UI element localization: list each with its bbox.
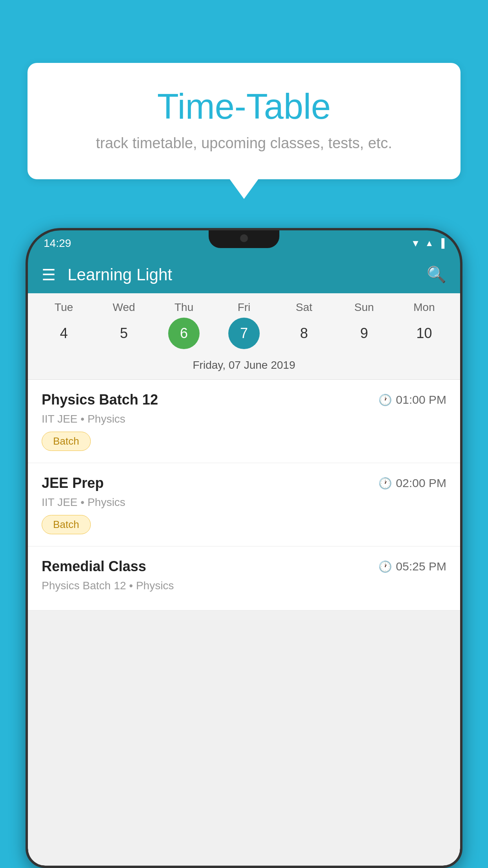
selected-date-label: Friday, 07 June 2019	[28, 355, 460, 380]
schedule-item-2[interactable]: Remedial Class 🕐 05:25 PM Physics Batch …	[28, 546, 460, 611]
menu-icon[interactable]: ☰	[42, 266, 56, 284]
day-8[interactable]: 8	[288, 318, 320, 349]
batch-tag-0: Batch	[42, 432, 91, 451]
phone-notch	[209, 230, 279, 248]
schedule-title-2: Remedial Class	[42, 558, 146, 575]
schedule-header-0: Physics Batch 12 🕐 01:00 PM	[42, 392, 446, 408]
schedule-subtitle-1: IIT JEE • Physics	[42, 496, 446, 509]
schedule-item-1[interactable]: JEE Prep 🕐 02:00 PM IIT JEE • Physics Ba…	[28, 463, 460, 546]
status-icons: ▼ ▲ ▐	[411, 238, 444, 249]
schedule-item-0[interactable]: Physics Batch 12 🕐 01:00 PM IIT JEE • Ph…	[28, 380, 460, 463]
schedule-header-2: Remedial Class 🕐 05:25 PM	[42, 558, 446, 575]
day-9[interactable]: 9	[349, 318, 380, 349]
day-10[interactable]: 10	[408, 318, 440, 349]
signal-icon: ▲	[425, 238, 434, 248]
status-time: 14:29	[44, 237, 71, 250]
day-7-selected[interactable]: 7	[228, 318, 260, 349]
battery-icon: ▐	[438, 238, 444, 248]
calendar-strip: Tue Wed Thu Fri Sat Sun Mon 4 5 6 7 8 9 …	[28, 293, 460, 380]
schedule-list: Physics Batch 12 🕐 01:00 PM IIT JEE • Ph…	[28, 380, 460, 611]
day-6-today[interactable]: 6	[168, 318, 200, 349]
day-5[interactable]: 5	[108, 318, 139, 349]
schedule-time-val-1: 02:00 PM	[396, 476, 446, 490]
schedule-time-2: 🕐 05:25 PM	[378, 560, 446, 573]
schedule-subtitle-0: IIT JEE • Physics	[42, 413, 446, 425]
wifi-icon: ▼	[411, 238, 420, 249]
day-label-0: Tue	[48, 301, 79, 314]
day-label-5: Sun	[349, 301, 380, 314]
day-labels: Tue Wed Thu Fri Sat Sun Mon	[28, 301, 460, 314]
day-label-1: Wed	[108, 301, 139, 314]
schedule-header-1: JEE Prep 🕐 02:00 PM	[42, 475, 446, 491]
clock-icon-2: 🕐	[378, 560, 392, 573]
search-icon[interactable]: 🔍	[427, 265, 446, 284]
schedule-title-1: JEE Prep	[42, 475, 104, 491]
phone-camera	[240, 234, 248, 242]
schedule-title-0: Physics Batch 12	[42, 392, 158, 408]
phone-frame: 14:29 ▼ ▲ ▐ ☰ Learning Light 🔍 Tue Wed T…	[26, 228, 462, 868]
schedule-time-0: 🕐 01:00 PM	[378, 393, 446, 406]
schedule-time-val-2: 05:25 PM	[396, 560, 446, 573]
day-label-3: Fri	[228, 301, 260, 314]
schedule-subtitle-2: Physics Batch 12 • Physics	[42, 579, 446, 592]
bubble-title: Time-Table	[51, 86, 437, 127]
day-label-4: Sat	[288, 301, 320, 314]
speech-bubble: Time-Table track timetable, upcoming cla…	[28, 63, 460, 179]
bubble-subtitle: track timetable, upcoming classes, tests…	[51, 135, 437, 152]
schedule-time-val-0: 01:00 PM	[396, 393, 446, 406]
schedule-time-1: 🕐 02:00 PM	[378, 476, 446, 490]
clock-icon-0: 🕐	[378, 394, 392, 406]
day-numbers: 4 5 6 7 8 9 10	[28, 318, 460, 349]
clock-icon-1: 🕐	[378, 477, 392, 490]
day-label-2: Thu	[168, 301, 200, 314]
phone-screen: Tue Wed Thu Fri Sat Sun Mon 4 5 6 7 8 9 …	[28, 293, 460, 866]
app-title: Learning Light	[68, 265, 427, 284]
app-bar: ☰ Learning Light 🔍	[28, 256, 460, 293]
day-4[interactable]: 4	[48, 318, 79, 349]
day-label-6: Mon	[408, 301, 440, 314]
batch-tag-1: Batch	[42, 515, 91, 534]
